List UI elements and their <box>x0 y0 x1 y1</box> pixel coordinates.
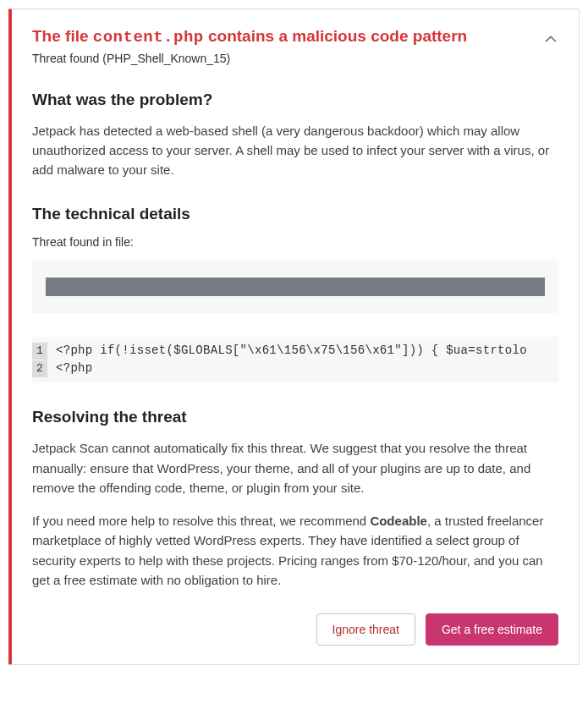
card-header: The file content.php contains a maliciou… <box>32 26 558 65</box>
get-estimate-button[interactable]: Get a free estimate <box>426 613 558 646</box>
code-line: <?php <box>56 360 93 377</box>
file-path-block <box>32 261 558 313</box>
resolving-body-1: Jetpack Scan cannot automatically fix th… <box>32 438 558 497</box>
code-snippet: 1 <?php if(!isset($GLOBALS["\x61\156\x75… <box>32 337 558 382</box>
problem-body: Jetpack has detected a web-based shell (… <box>32 121 558 180</box>
redacted-file-path <box>46 278 545 296</box>
resolving-pre: If you need more help to resolve this th… <box>32 514 370 528</box>
title-suffix: contains a malicious code pattern <box>204 27 467 45</box>
code-line: <?php if(!isset($GLOBALS["\x61\156\x75\1… <box>56 342 527 360</box>
header-text: The file content.php contains a maliciou… <box>32 26 467 65</box>
codeable-name: Codeable <box>370 514 427 528</box>
line-number: 2 <box>32 360 47 377</box>
line-number: 1 <box>32 343 47 360</box>
threat-subtitle: Threat found (PHP_Shell_Known_15) <box>32 52 467 65</box>
title-filename: content.php <box>93 28 204 47</box>
found-in-label: Threat found in file: <box>32 235 558 249</box>
chevron-up-icon <box>543 31 558 47</box>
code-row: 1 <?php if(!isset($GLOBALS["\x61\156\x75… <box>32 342 558 360</box>
resolving-body-2: If you need more help to resolve this th… <box>32 511 558 590</box>
threat-card: The file content.php contains a maliciou… <box>8 8 580 665</box>
ignore-threat-button[interactable]: Ignore threat <box>316 613 415 646</box>
collapse-toggle[interactable] <box>543 31 558 47</box>
technical-heading: The technical details <box>32 205 558 223</box>
problem-heading: What was the problem? <box>32 91 558 109</box>
title-prefix: The file <box>32 27 93 45</box>
card-footer: Ignore threat Get a free estimate <box>32 613 558 646</box>
threat-title: The file content.php contains a maliciou… <box>32 26 467 48</box>
resolving-heading: Resolving the threat <box>32 408 558 426</box>
code-row: 2 <?php <box>32 360 558 377</box>
